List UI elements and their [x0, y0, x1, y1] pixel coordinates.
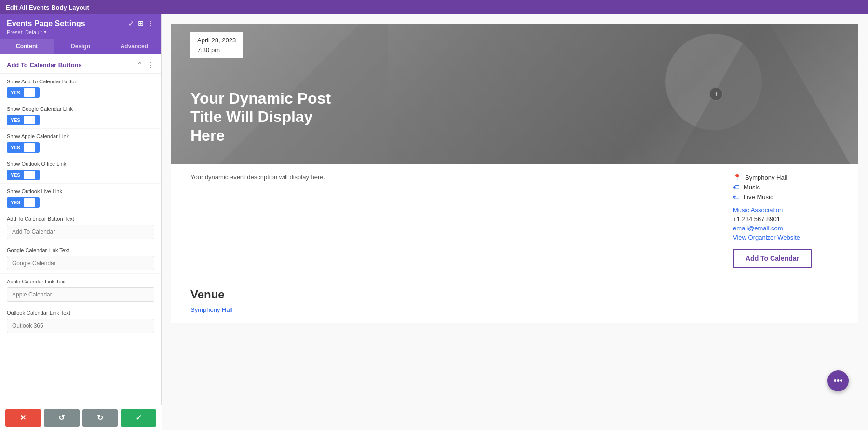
input-google-text[interactable]	[7, 256, 154, 270]
toggle-google-calendar[interactable]: YES	[7, 115, 40, 125]
hero-shape-triangle1	[665, 24, 858, 164]
sidebar-page-title: Events Page Settings	[7, 19, 85, 28]
label-google-text: Google Calendar Link Text	[7, 247, 154, 253]
sidebar-header: Events Page Settings Preset: Default ▾ ⤢…	[0, 14, 161, 39]
sidebar: Events Page Settings Preset: Default ▾ ⤢…	[0, 14, 162, 430]
expand-icon[interactable]: ⤢	[128, 19, 134, 27]
meta-location: 📍 Symphony Hall	[733, 174, 839, 181]
tab-content[interactable]: Content	[0, 39, 54, 54]
input-add-to-cal-text[interactable]	[7, 225, 154, 239]
venue-link[interactable]: Symphony Hall	[190, 306, 232, 313]
toggle-wrap-google: YES	[7, 115, 154, 125]
organizer-name-link[interactable]: Music Association	[733, 206, 839, 214]
toggle-knob-google	[24, 116, 35, 124]
cancel-button[interactable]: ✕	[5, 409, 41, 427]
event-meta: 📍 Symphony Hall 🏷 Music 🏷 Live Music Mus…	[733, 174, 839, 268]
hero-area: April 28, 2023 7:30 pm Your Dynamic Post…	[171, 24, 858, 164]
toggle-wrap-outlook-live: YES	[7, 197, 154, 208]
sidebar-header-top: Events Page Settings Preset: Default ▾ ⤢…	[7, 19, 154, 35]
setting-outlook-text: Outlook Calendar Link Text	[0, 305, 161, 336]
meta-category-music: 🏷 Music	[733, 183, 839, 191]
main-content: April 28, 2023 7:30 pm Your Dynamic Post…	[162, 14, 868, 430]
top-bar: Edit All Events Body Layout	[0, 0, 868, 14]
setting-google-text: Google Calendar Link Text	[0, 242, 161, 274]
fab-button[interactable]: •••	[827, 370, 849, 391]
toggle-wrap-apple: YES	[7, 142, 154, 153]
section-header-icons: ⌃ ⋮	[136, 60, 154, 69]
event-date: April 28, 2023	[197, 36, 236, 45]
toggle-outlook-office[interactable]: YES	[7, 170, 40, 180]
toggle-wrap-outlook-office: YES	[7, 170, 154, 180]
input-apple-text[interactable]	[7, 287, 154, 302]
meta-category-live-music: 🏷 Live Music	[733, 193, 839, 201]
pin-icon: 📍	[733, 174, 741, 181]
organizer-email-link[interactable]: email@email.com	[733, 225, 839, 232]
collapse-icon[interactable]: ⌃	[136, 60, 143, 69]
setting-show-outlook-office: Show Outlook Office Link YES	[0, 156, 161, 184]
toggle-wrap-add-calendar: YES	[7, 87, 154, 98]
category-live-music: Live Music	[744, 193, 773, 201]
toggle-knob-outlook-office	[24, 171, 35, 179]
setting-show-google-calendar: Show Google Calendar Link YES	[0, 101, 161, 129]
setting-apple-text: Apple Calendar Link Text	[0, 274, 161, 305]
event-title: Your Dynamic Post Title Will Display Her…	[190, 89, 335, 145]
section-header-add-to-calendar: Add To Calendar Buttons ⌃ ⋮	[0, 54, 161, 74]
chevron-down-icon: ▾	[44, 29, 47, 35]
label-show-outlook-live: Show Outlook Live Link	[7, 188, 154, 194]
preset-label[interactable]: Preset: Default ▾	[7, 29, 85, 35]
tab-advanced[interactable]: Advanced	[108, 39, 161, 54]
event-body: Your dynamic event description will disp…	[171, 164, 858, 278]
meta-links: Music Association +1 234 567 8901 email@…	[733, 206, 839, 241]
tag-icon-2: 🏷	[733, 193, 740, 201]
bottom-bar: ✕ ↺ ↻ ✓	[0, 405, 162, 430]
grid-icon[interactable]: ⊞	[138, 19, 144, 27]
setting-show-apple-calendar: Show Apple Calendar Link YES	[0, 129, 161, 156]
top-bar-title: Edit All Events Body Layout	[6, 4, 89, 11]
label-show-apple-calendar: Show Apple Calendar Link	[7, 134, 154, 139]
section-title: Add To Calendar Buttons	[7, 61, 82, 68]
toggle-apple-calendar[interactable]: YES	[7, 142, 40, 153]
label-show-google-calendar: Show Google Calendar Link	[7, 106, 154, 112]
redo-button[interactable]: ↻	[82, 409, 118, 427]
toggle-knob-apple	[24, 143, 35, 152]
event-time: 7:30 pm	[197, 45, 236, 55]
setting-show-add-to-calendar-button: Show Add To Calendar Button YES	[0, 74, 161, 101]
category-music: Music	[744, 184, 760, 191]
event-preview-card: April 28, 2023 7:30 pm Your Dynamic Post…	[171, 24, 858, 323]
undo-button[interactable]: ↺	[44, 409, 80, 427]
organizer-phone: +1 234 567 8901	[733, 215, 839, 223]
add-content-button[interactable]: +	[709, 87, 723, 101]
venue-section: Venue Symphony Hall	[171, 278, 858, 323]
toggle-knob-outlook-live	[24, 198, 35, 207]
add-to-calendar-button[interactable]: Add To Calendar	[733, 249, 812, 268]
toggle-knob-add-calendar	[24, 88, 35, 97]
main-layout: Events Page Settings Preset: Default ▾ ⤢…	[0, 14, 868, 430]
tag-icon-1: 🏷	[733, 183, 740, 191]
sidebar-content: Add To Calendar Buttons ⌃ ⋮ Show Add To …	[0, 54, 161, 430]
date-badge: April 28, 2023 7:30 pm	[190, 32, 243, 58]
label-outlook-text: Outlook Calendar Link Text	[7, 310, 154, 316]
location-text: Symphony Hall	[745, 174, 787, 181]
label-add-to-cal-text: Add To Calendar Button Text	[7, 216, 154, 222]
more-options-icon[interactable]: ⋮	[148, 19, 154, 27]
organizer-website-link[interactable]: View Organizer Website	[733, 234, 839, 241]
save-button[interactable]: ✓	[121, 409, 156, 427]
sidebar-title-group: Events Page Settings Preset: Default ▾	[7, 19, 85, 35]
fab-dots-icon: •••	[834, 376, 843, 386]
header-icons: ⤢ ⊞ ⋮	[128, 19, 154, 27]
toggle-outlook-live[interactable]: YES	[7, 197, 40, 208]
section-more-icon[interactable]: ⋮	[147, 60, 154, 69]
label-show-outlook-office: Show Outlook Office Link	[7, 161, 154, 167]
event-description: Your dynamic event description will disp…	[190, 174, 723, 268]
venue-title: Venue	[190, 288, 839, 301]
setting-add-to-cal-text: Add To Calendar Button Text	[0, 211, 161, 242]
label-show-add-to-calendar: Show Add To Calendar Button	[7, 79, 154, 84]
label-apple-text: Apple Calendar Link Text	[7, 279, 154, 284]
setting-show-outlook-live: Show Outlook Live Link YES	[0, 184, 161, 211]
toggle-add-calendar[interactable]: YES	[7, 87, 40, 98]
input-outlook-text[interactable]	[7, 319, 154, 333]
tab-design[interactable]: Design	[54, 39, 107, 54]
tabs-bar: Content Design Advanced	[0, 39, 161, 54]
